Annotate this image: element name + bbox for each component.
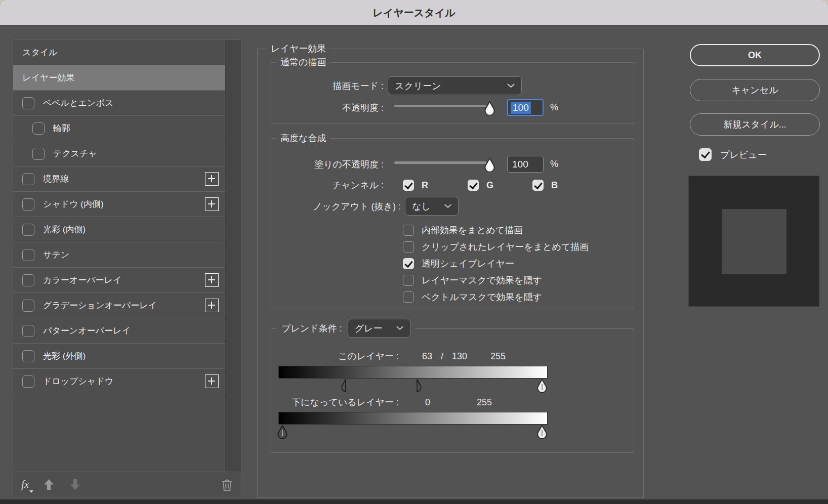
sidebar-item-label: ドロップシャドウ	[43, 375, 113, 387]
effect-checkbox[interactable]	[22, 173, 34, 185]
sidebar-item-3[interactable]: 輪郭	[13, 116, 225, 141]
opacity-slider-thumb[interactable]	[483, 101, 496, 115]
fill-opacity-input-value: 100	[510, 158, 530, 171]
blend-option-row: 内部効果をまとめて描画	[403, 222, 634, 238]
channel-item: G	[468, 180, 532, 191]
blend-option-label: レイヤーマスクで効果を隠す	[422, 274, 542, 286]
fx-menu-button[interactable]: fx	[21, 478, 29, 491]
effect-checkbox[interactable]	[22, 325, 34, 337]
slider-thumb-icon	[483, 157, 496, 172]
blend-if-channel-value: グレー	[355, 322, 383, 334]
blend-option-label: 透明シェイプレイヤー	[422, 258, 514, 270]
opacity-slider[interactable]	[394, 100, 494, 116]
fill-opacity-input[interactable]: 100	[507, 156, 544, 173]
arrow-up-icon	[43, 479, 55, 490]
fill-opacity-slider-thumb[interactable]	[483, 157, 496, 172]
cancel-button[interactable]: キャンセル	[690, 79, 820, 101]
channels-label: チャンネル :	[271, 179, 384, 191]
fill-opacity-slider[interactable]	[394, 156, 494, 173]
fill-opacity-row: 塗りの不透明度 : 100 %	[271, 156, 634, 173]
effect-checkbox[interactable]	[22, 274, 34, 286]
this-layer-markers	[278, 379, 548, 394]
add-instance-plus-icon[interactable]	[205, 172, 219, 186]
knockout-dropdown[interactable]: なし	[405, 197, 459, 216]
effect-checkbox[interactable]	[22, 249, 34, 261]
dialog-title: レイヤースタイル	[372, 6, 455, 20]
blend-marker[interactable]	[536, 379, 548, 393]
sidebar-scrollbar[interactable]	[225, 40, 241, 472]
fill-opacity-slider-track[interactable]	[394, 161, 486, 164]
underlying-layer-markers	[278, 425, 548, 440]
opacity-slider-track[interactable]	[394, 105, 486, 107]
chevron-down-icon	[507, 83, 515, 88]
sidebar-item-13[interactable]: ドロップシャドウ	[13, 369, 225, 394]
add-instance-plus-icon[interactable]	[205, 299, 219, 312]
sidebar-item-label: 境界線	[43, 173, 69, 185]
underlying-gradient-wrap	[278, 412, 548, 440]
sidebar-item-label: 光彩 (外側)	[43, 350, 86, 362]
sidebar-item-5[interactable]: 境界線	[13, 166, 225, 192]
add-instance-plus-icon[interactable]	[205, 374, 219, 388]
blend-option-checkbox[interactable]	[403, 225, 414, 236]
channel-checkbox[interactable]	[532, 180, 544, 191]
blend-mode-label: 描画モード :	[271, 80, 384, 92]
effect-checkbox[interactable]	[22, 198, 34, 211]
sidebar-item-10[interactable]: グラデーションオーバーレイ	[13, 293, 225, 318]
preview-thumbnail-shape	[722, 209, 786, 274]
preview-label: プレビュー	[720, 149, 767, 161]
effect-checkbox[interactable]	[32, 122, 45, 135]
opacity-row: 不透明度 : 100 %	[271, 99, 634, 116]
effect-checkbox[interactable]	[32, 148, 45, 160]
styles-sidebar: スタイル レイヤー効果 ベベルとエンボス 輪郭 テクスチャ 境界線 シャドウ (…	[13, 39, 241, 497]
effect-checkbox[interactable]	[22, 375, 34, 388]
channel-checkbox[interactable]	[403, 180, 414, 191]
blend-option-checkbox[interactable]	[403, 291, 414, 303]
blend-if-channel-dropdown[interactable]: グレー	[348, 319, 410, 338]
slider-thumb-icon	[483, 101, 496, 115]
sidebar-item-label: グラデーションオーバーレイ	[43, 300, 157, 311]
blend-option-checkbox[interactable]	[403, 275, 414, 286]
effect-checkbox[interactable]	[22, 300, 34, 312]
sidebar-item-1[interactable]: レイヤー効果	[13, 65, 225, 91]
effect-checkbox[interactable]	[22, 97, 34, 109]
sidebar-item-7[interactable]: 光彩 (内側)	[13, 217, 225, 242]
sidebar-item-0[interactable]: スタイル	[13, 40, 225, 65]
add-instance-plus-icon[interactable]	[205, 273, 219, 287]
blend-marker[interactable]	[411, 379, 423, 393]
blend-option-checkbox[interactable]	[403, 258, 414, 269]
blend-marker[interactable]	[536, 425, 548, 439]
move-effect-down-button[interactable]	[69, 479, 81, 490]
blend-marker-half-right-icon	[411, 379, 423, 393]
effect-checkbox[interactable]	[22, 224, 34, 236]
blend-if-label: ブレンド条件 :	[281, 322, 342, 334]
channel-label: G	[486, 180, 493, 191]
sidebar-item-11[interactable]: パターンオーバーレイ	[13, 318, 225, 344]
blend-marker-dark-icon	[276, 425, 288, 439]
new-style-button[interactable]: 新規スタイル...	[690, 113, 820, 136]
delete-effect-button[interactable]	[221, 478, 233, 491]
sidebar-item-2[interactable]: ベベルとエンボス	[13, 91, 225, 116]
blend-option-checkbox[interactable]	[403, 241, 414, 253]
preview-checkbox[interactable]	[699, 148, 712, 161]
blend-marker-half-left-icon	[340, 379, 352, 393]
blend-mode-dropdown[interactable]: スクリーン	[388, 76, 522, 95]
dialog-titlebar[interactable]: レイヤースタイル	[0, 0, 828, 26]
sidebar-item-12[interactable]: 光彩 (外側)	[13, 344, 225, 369]
blend-marker[interactable]	[276, 425, 288, 439]
add-instance-plus-icon[interactable]	[205, 197, 219, 211]
preview-thumbnail	[688, 176, 819, 307]
opacity-input[interactable]: 100	[507, 99, 544, 116]
ok-button[interactable]: OK	[690, 44, 820, 66]
blend-option-row: レイヤーマスクで効果を隠す	[403, 272, 634, 288]
underlying-layer-label: 下になっているレイヤー :	[271, 396, 399, 408]
effect-checkbox[interactable]	[22, 350, 34, 362]
knockout-row: ノックアウト (抜き) : なし	[271, 197, 634, 216]
sidebar-item-8[interactable]: サテン	[13, 242, 225, 268]
blend-marker[interactable]	[340, 379, 352, 393]
this-layer-split-value: 130	[452, 351, 467, 362]
sidebar-item-9[interactable]: カラーオーバーレイ	[13, 268, 225, 293]
move-effect-up-button[interactable]	[43, 479, 55, 490]
channel-checkbox[interactable]	[468, 180, 479, 191]
sidebar-item-4[interactable]: テクスチャ	[13, 141, 225, 166]
sidebar-item-6[interactable]: シャドウ (内側)	[13, 192, 225, 217]
